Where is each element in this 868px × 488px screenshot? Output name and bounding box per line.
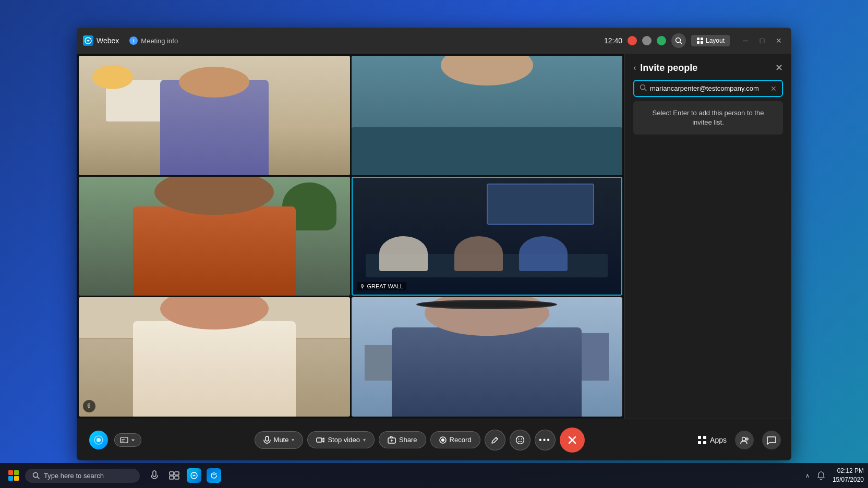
video-bg-2 [352, 56, 623, 175]
invite-search-input[interactable] [650, 84, 767, 92]
taskbar-time[interactable]: 02:12 PM 15/07/2020 [833, 467, 864, 484]
video-bg-3 [79, 177, 350, 296]
share-button[interactable]: Share [379, 431, 426, 448]
webex-label: Webex [97, 36, 119, 45]
record-button[interactable]: Record [430, 431, 480, 448]
apps-button[interactable]: Apps [697, 435, 727, 445]
minimize-button[interactable]: ─ [739, 34, 752, 47]
emoji-button[interactable] [510, 430, 531, 450]
taskbar-right: ∧ 02:12 PM 15/07/2020 [805, 467, 864, 484]
panel-title: Invite people [640, 63, 697, 74]
active-speaker-name: GREAT WALL [367, 283, 403, 289]
meeting-info-label: Meeting info [141, 37, 178, 45]
svg-point-20 [441, 438, 444, 442]
start-button[interactable] [4, 466, 23, 485]
end-call-button[interactable] [560, 428, 585, 453]
taskbar-notify[interactable] [814, 468, 828, 483]
svg-point-21 [516, 436, 524, 444]
close-button[interactable]: ✕ [773, 34, 785, 47]
mute-chevron: ▾ [292, 437, 294, 443]
video-bg-1 [79, 56, 350, 175]
layout-button[interactable]: Layout [691, 35, 730, 46]
search-button[interactable] [671, 33, 686, 48]
svg-line-3 [680, 42, 682, 44]
svg-rect-26 [698, 436, 701, 439]
cortana-circle [89, 431, 108, 449]
taskbar-time-value: 02:12 PM [833, 467, 864, 475]
status-dot-3 [657, 36, 666, 45]
status-dot-2 [642, 36, 652, 45]
invite-tooltip: Select Enter to add this person to the i… [633, 101, 783, 135]
svg-rect-37 [175, 472, 179, 475]
svg-rect-29 [703, 441, 706, 444]
toolbar-left [87, 429, 141, 452]
more-button[interactable]: ••• [535, 430, 556, 450]
taskbar: Type here to search [0, 463, 868, 488]
webex-icon [83, 35, 93, 46]
meeting-info-tab[interactable]: Meeting info [125, 34, 182, 47]
video-bg-5 [79, 297, 350, 417]
taskbar-mic-icon[interactable] [146, 467, 163, 484]
apps-label: Apps [710, 436, 727, 444]
video-cell-6 [352, 297, 623, 417]
svg-rect-39 [175, 476, 179, 479]
svg-rect-28 [698, 441, 701, 444]
svg-rect-15 [266, 436, 269, 441]
svg-line-34 [38, 477, 40, 479]
svg-rect-36 [170, 472, 174, 475]
video-grid: 🎙 🎙 GREAT WALL [77, 54, 624, 419]
invite-search-wrapper: ✕ [633, 80, 783, 97]
meeting-info-icon [129, 36, 138, 45]
window-controls: ─ □ ✕ [739, 34, 785, 47]
titlebar: Webex Meeting info 12:40 [77, 28, 791, 54]
svg-rect-6 [697, 41, 700, 44]
invite-search-container: ✕ [625, 80, 791, 97]
taskbar-search[interactable]: Type here to search [25, 469, 140, 483]
win-logo-red [8, 470, 13, 475]
stop-video-button[interactable]: Stop video ▾ [307, 431, 374, 448]
video-cell-5: 🎙 [79, 297, 350, 417]
toolbar-center: Mute ▾ Stop video ▾ Share [255, 428, 585, 453]
panel-close-button[interactable]: ✕ [775, 62, 783, 74]
taskbar-multitask-icon[interactable] [166, 467, 183, 484]
cortana-button[interactable] [87, 429, 110, 452]
svg-line-9 [645, 89, 647, 91]
panel-header: ‹ Invite people ✕ [625, 54, 791, 80]
webex-logo[interactable]: Webex [83, 35, 119, 46]
add-people-button[interactable] [735, 431, 754, 449]
win-logo-green [14, 470, 19, 475]
taskbar-search-text: Type here to search [44, 472, 104, 480]
record-label: Record [450, 436, 472, 444]
bottom-toolbar: Mute ▾ Stop video ▾ Share [77, 419, 791, 460]
svg-rect-27 [703, 436, 706, 439]
windows-logo [8, 470, 19, 481]
video-bg-4 [353, 178, 622, 295]
svg-point-23 [521, 438, 522, 440]
svg-rect-17 [317, 438, 322, 442]
taskbar-chevron[interactable]: ∧ [805, 472, 810, 479]
caption-button[interactable] [114, 433, 141, 447]
mute-button[interactable]: Mute ▾ [255, 431, 304, 449]
titlebar-left: Webex Meeting info [83, 34, 600, 47]
video-bg-6 [352, 297, 623, 417]
app-window: Webex Meeting info 12:40 [77, 28, 791, 460]
taskbar-webex-icon[interactable] [186, 467, 202, 484]
taskbar-edge-icon[interactable] [206, 467, 222, 484]
svg-rect-5 [701, 38, 703, 40]
time-display: 12:40 [604, 36, 622, 45]
annotate-button[interactable] [485, 430, 505, 450]
layout-label: Layout [706, 37, 725, 44]
share-label: Share [399, 436, 417, 444]
svg-rect-12 [120, 437, 128, 443]
back-button[interactable]: ‹ [633, 63, 636, 72]
clear-search-button[interactable]: ✕ [770, 84, 777, 93]
titlebar-right: 12:40 Layout ─ □ [604, 33, 785, 48]
maximize-button[interactable]: □ [756, 34, 768, 47]
video-cell-4: 🎙 GREAT WALL [352, 177, 623, 296]
win-logo-blue [8, 476, 13, 481]
mic-off-badge-5: 🎙 [83, 400, 95, 412]
svg-point-11 [97, 438, 101, 442]
chat-button[interactable] [762, 431, 781, 449]
more-label: ••• [539, 435, 551, 445]
taskbar-search-icon [32, 472, 40, 479]
